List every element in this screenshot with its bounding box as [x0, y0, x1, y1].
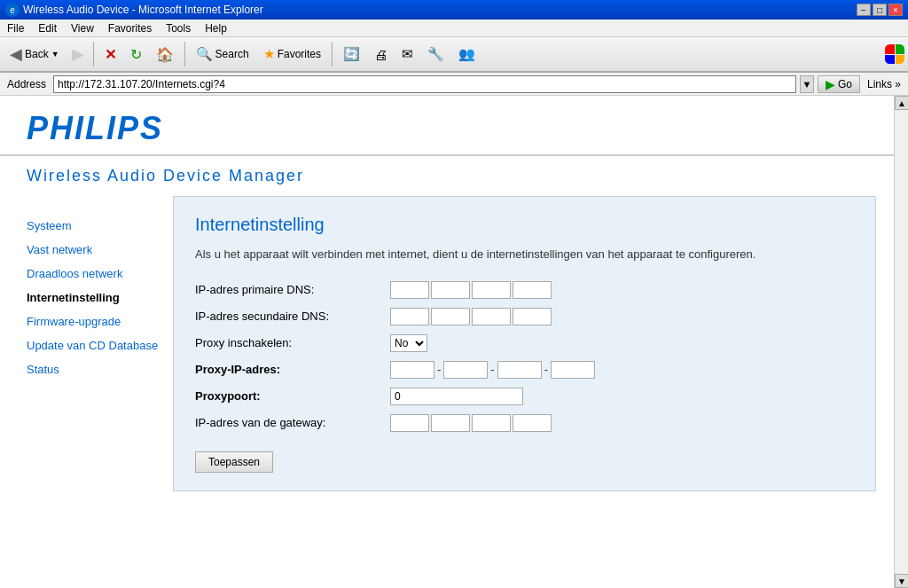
proxy-sep-2: -: [489, 363, 495, 376]
proxy-enable-row: Proxy inschakelen: No Yes: [195, 334, 854, 352]
proxy-ip-field-1[interactable]: [390, 361, 434, 379]
refresh-button[interactable]: ↻: [124, 40, 148, 68]
dns-primary-field-4[interactable]: [513, 281, 552, 299]
proxy-sep-3: -: [544, 363, 549, 376]
scroll-down-button[interactable]: ▼: [895, 574, 908, 588]
media-button[interactable]: 🔄: [337, 40, 366, 68]
dns-primary-field-1[interactable]: [390, 281, 429, 299]
scroll-track[interactable]: [895, 110, 908, 574]
scrollbar[interactable]: ▲ ▼: [894, 96, 908, 588]
proxy-ip-field-4[interactable]: [551, 361, 595, 379]
dns-primary-fields: [390, 281, 552, 299]
dns-primary-field-2[interactable]: [431, 281, 470, 299]
page-title-bar: Wireless Audio Device Manager: [0, 156, 894, 196]
proxy-ip-field-3[interactable]: [497, 361, 542, 379]
stop-icon: ✕: [105, 46, 116, 63]
back-button[interactable]: ◀ Back ▼: [4, 40, 66, 68]
scroll-up-button[interactable]: ▲: [895, 96, 908, 110]
proxy-ip-row: Proxy-IP-adres: - - -: [195, 361, 854, 379]
go-arrow-icon: ▶: [826, 77, 835, 91]
sidebar: Systeem Vast netwerk Draadloos netwerk I…: [18, 196, 173, 491]
mail-button[interactable]: ✉: [395, 40, 419, 68]
go-button[interactable]: ▶ Go: [818, 75, 860, 93]
menu-edit[interactable]: Edit: [35, 21, 60, 35]
proxy-enable-select[interactable]: No Yes: [390, 334, 427, 352]
dropdown-arrow-icon[interactable]: ▼: [800, 75, 814, 93]
menu-tools[interactable]: Tools: [162, 21, 194, 35]
back-arrow-icon: ◀: [10, 44, 22, 64]
gateway-field-1[interactable]: [390, 414, 429, 432]
dns-primary-row: IP-adres primaire DNS:: [195, 281, 854, 299]
sidebar-item-internetinstelling[interactable]: Internetinstelling: [27, 286, 164, 310]
gateway-fields: [390, 414, 552, 432]
philips-logo: PHILIPS: [27, 110, 867, 147]
gateway-field-4[interactable]: [513, 414, 552, 432]
gateway-field-3[interactable]: [472, 414, 511, 432]
address-input[interactable]: [53, 75, 796, 93]
dns-secondary-field-4[interactable]: [513, 308, 552, 325]
toolbar-sep-3: [332, 42, 333, 67]
gateway-field-2[interactable]: [431, 414, 470, 432]
favorites-label: Favorites: [278, 48, 321, 60]
minimize-button[interactable]: −: [857, 4, 871, 16]
favorites-button[interactable]: ★ Favorites: [257, 40, 327, 68]
philips-header: PHILIPS: [0, 96, 894, 156]
mail-icon: ✉: [402, 46, 413, 62]
toolbar-sep-1: [93, 42, 94, 67]
sidebar-item-draadloos-netwerk[interactable]: Draadloos netwerk: [27, 262, 164, 286]
search-icon: 🔍: [196, 46, 213, 62]
dns-secondary-field-2[interactable]: [431, 308, 470, 325]
proxy-enable-label: Proxy inschakelen:: [195, 336, 390, 349]
window-title: Wireless Audio Device - Microsoft Intern…: [23, 4, 263, 16]
dns-primary-label: IP-adres primaire DNS:: [195, 283, 390, 296]
messenger-icon: 👥: [458, 46, 475, 62]
proxy-ip-field-2[interactable]: [443, 361, 488, 379]
print-icon: 🖨: [374, 47, 387, 62]
submit-row: Toepassen: [195, 443, 854, 473]
title-bar: e Wireless Audio Device - Microsoft Inte…: [0, 0, 908, 20]
gateway-row: IP-adres van de gateway:: [195, 414, 854, 432]
browser-content: PHILIPS Wireless Audio Device Manager Sy…: [0, 96, 908, 588]
proxy-ip-label: Proxy-IP-adres:: [195, 363, 390, 376]
proxy-port-input[interactable]: [390, 388, 523, 405]
stop-button[interactable]: ✕: [98, 40, 122, 68]
close-button[interactable]: ×: [888, 4, 903, 16]
proxy-port-fields: [390, 388, 523, 405]
dns-secondary-field-3[interactable]: [472, 308, 511, 325]
sidebar-item-vast-netwerk[interactable]: Vast netwerk: [27, 238, 164, 262]
menu-bar: File Edit View Favorites Tools Help: [0, 20, 908, 37]
back-dropdown-icon: ▼: [51, 50, 59, 59]
forward-button[interactable]: ▶: [67, 40, 89, 68]
search-button[interactable]: 🔍 Search: [190, 40, 255, 68]
proxy-sep-1: -: [436, 363, 442, 376]
home-button[interactable]: 🏠: [150, 40, 180, 68]
menu-view[interactable]: View: [67, 21, 98, 35]
links-button[interactable]: Links »: [864, 78, 904, 90]
search-label: Search: [215, 48, 249, 60]
sidebar-item-firmware-upgrade[interactable]: Firmware-upgrade: [27, 310, 164, 333]
go-label: Go: [838, 78, 852, 90]
restore-button[interactable]: □: [873, 4, 887, 16]
page-title: Wireless Audio Device Manager: [27, 167, 867, 185]
print-button[interactable]: 🖨: [368, 40, 394, 68]
internet-settings-form: IP-adres primaire DNS: IP-adres secundai…: [195, 281, 854, 473]
sidebar-item-status[interactable]: Status: [27, 357, 164, 381]
dns-primary-field-3[interactable]: [472, 281, 511, 299]
page-content: PHILIPS Wireless Audio Device Manager Sy…: [0, 96, 894, 588]
menu-file[interactable]: File: [4, 21, 27, 35]
media-icon: 🔄: [343, 46, 360, 62]
tools-toolbar-button[interactable]: 🔧: [421, 40, 450, 68]
sidebar-item-systeem[interactable]: Systeem: [27, 214, 164, 238]
proxy-enable-fields: No Yes: [390, 334, 427, 352]
menu-favorites[interactable]: Favorites: [105, 21, 155, 35]
sidebar-item-update-cd-database[interactable]: Update van CD Database: [27, 333, 164, 357]
windows-logo: [885, 44, 904, 64]
messenger-button[interactable]: 👥: [452, 40, 481, 68]
proxy-ip-fields: - - -: [390, 361, 595, 379]
proxy-port-label: Proxypoort:: [195, 389, 390, 403]
submit-button[interactable]: Toepassen: [195, 451, 273, 473]
menu-help[interactable]: Help: [201, 21, 231, 35]
toolbar-sep-2: [184, 42, 185, 67]
forward-arrow-icon: ▶: [72, 44, 84, 64]
dns-secondary-field-1[interactable]: [390, 308, 429, 325]
